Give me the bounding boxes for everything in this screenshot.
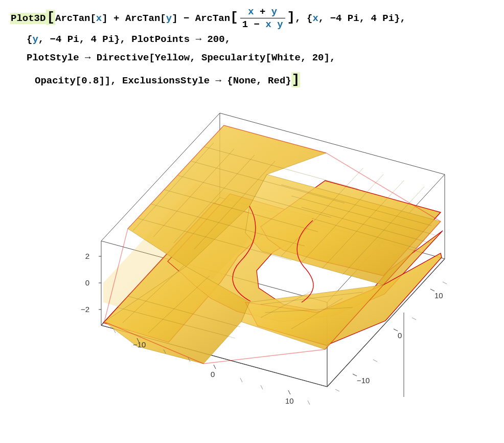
z-tick-neg2: −2 (81, 305, 89, 314)
func-arctan-2: ArcTan (125, 13, 160, 24)
func-plot3d: Plot3D (10, 13, 46, 24)
input-cell[interactable]: Plot3D[ArcTan[x] + ArcTan[y] − ArcTan[x … (10, 5, 494, 93)
svg-line-60 (412, 318, 416, 320)
z-tick-2: 2 (85, 252, 89, 260)
var-x: x (96, 13, 102, 24)
flat-panels (104, 125, 441, 364)
z-tick-0: 0 (85, 278, 89, 287)
plot3d-svg: 2 0 −2 (77, 98, 455, 425)
big-bracket-open: [ (46, 10, 55, 25)
svg-line-47 (214, 365, 216, 369)
svg-line-51 (430, 289, 434, 291)
x-tick-0: 0 (211, 370, 215, 379)
plot3d-output[interactable]: 2 0 −2 (77, 98, 455, 425)
y-tick-0: 0 (398, 331, 402, 340)
x-tick-neg10: −10 (133, 340, 146, 349)
code-line-2: {y, −4 Pi, 4 Pi}, PlotPoints → 200, (10, 30, 494, 49)
z-axis: 2 0 −2 (81, 252, 101, 314)
func-arctan-1: ArcTan (55, 13, 90, 24)
big-bracket-close: ] (291, 72, 301, 87)
code-line-3: PlotStyle → Directive[Yellow, Specularit… (10, 49, 494, 67)
svg-line-59 (373, 360, 377, 362)
y-tick-10: 10 (434, 291, 443, 300)
svg-line-61 (443, 282, 447, 284)
x-tick-10: 10 (285, 396, 294, 405)
svg-line-56 (261, 385, 263, 389)
fraction: x + y1 − x y (240, 7, 285, 31)
code-line-4: Opacity[0.8]], ExclusionsStyle → {None, … (10, 68, 494, 93)
svg-line-58 (335, 389, 339, 391)
svg-line-57 (308, 401, 310, 405)
var-y: y (166, 13, 172, 24)
y-tick-neg10: −10 (357, 376, 370, 385)
svg-line-48 (288, 390, 290, 394)
svg-line-55 (240, 378, 242, 382)
svg-line-49 (353, 374, 357, 376)
code-line-1: Plot3D[ArcTan[x] + ArcTan[y] − ArcTan[x … (10, 5, 494, 30)
func-arctan-3: ArcTan (195, 13, 230, 24)
svg-line-50 (394, 329, 398, 331)
